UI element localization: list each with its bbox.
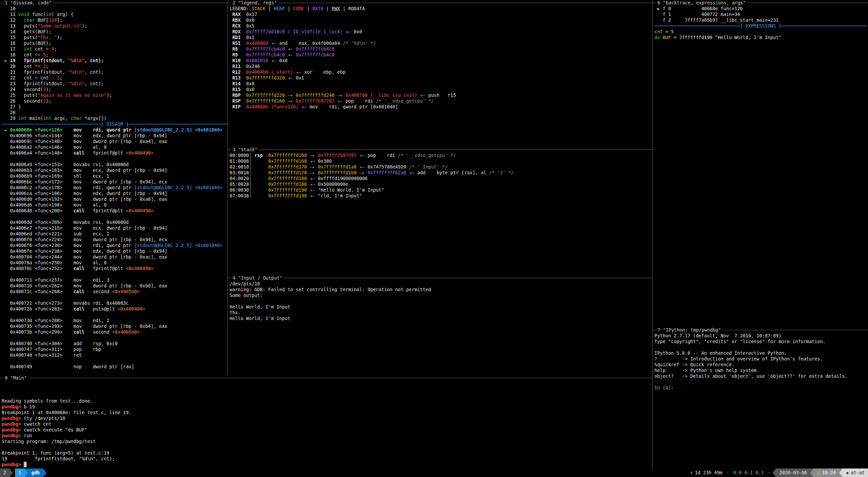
terminal-line: /dev/pts/10 — [230, 281, 652, 287]
terminal-line: Hello World, I'm Input — [230, 304, 652, 310]
terminal-line: 0x4006dd <func+205> movabs rsi, 0x40080d — [2, 219, 228, 225]
terminal-line: ? -> Introduction and overview of IPytho… — [654, 356, 868, 362]
time-value: 10:24 — [822, 470, 836, 476]
terminal-line: 11 void func(int arg) { — [2, 12, 228, 17]
terminal-line: ────────────────────────────────────[ DI… — [2, 121, 228, 127]
terminal-line: RIP 0x40068e (func+126) ◂— mov rdi, qwor… — [230, 104, 652, 110]
powerline-separator — [773, 469, 776, 477]
terminal-line: RSI 0x40080d ◂— and eax, 0x4f000a64 /* '… — [230, 40, 652, 46]
terminal-line: 06:0030│ 0x7fffffffd190 ◂— "Hello World,… — [230, 187, 652, 193]
terminal-line: R13 0x7fffffffd320 ◂— 0x1 — [230, 75, 652, 81]
terminal-line: 0x400730 <func+288> mov edi, 2 — [2, 318, 228, 323]
pane-legend-regs[interactable]: 2 "legend, regs" LEGEND: STACK | HEAP | … — [228, 0, 652, 147]
status-host: ▪at-at — [843, 469, 868, 477]
terminal-line: 0x400748 <func+312> ret — [2, 352, 228, 358]
pane-ipython[interactable]: 7 "IPython: tmp/pwndbg" Python 2.7.17 (d… — [652, 327, 868, 469]
pane-title: 6 "backtrace, expressions, args" — [653, 0, 868, 6]
status-date: 2020-03-06 — [776, 469, 810, 477]
pane-title: 2 "legend, regs" — [228, 0, 652, 6]
powerline-separator — [10, 469, 13, 477]
terminal-line — [2, 335, 228, 341]
terminal-line: Starting program: /tmp/pwndbg/test — [2, 439, 652, 444]
pane-title: 4 "Input / Output" — [228, 275, 652, 281]
terminal-line: 0x4006d0 <func+192> mov dword ptr [rbp -… — [2, 196, 228, 202]
session-indicator[interactable]: 2 — [0, 469, 10, 477]
terminal-line: 24 second(3); — [2, 87, 228, 92]
pane-main[interactable]: 0 "Main" Reading symbols from test...don… — [0, 375, 652, 469]
pane-title-label: 6 "backtrace, expressions, args" — [656, 0, 747, 6]
terminal-line: 0x400721 <func+273> movabs rdi, 0x40083c — [2, 300, 228, 306]
terminal-line: IPython 5.8.0 -- An enhanced Interactive… — [654, 350, 868, 356]
status-left: 2 1 gdb — [0, 469, 47, 477]
pane-title: 7 "IPython: tmp/pwndbg" — [653, 327, 868, 333]
terminal-line: Python 2.7.17 (default, Nov 7 2019, 10:0… — [654, 333, 868, 339]
terminal-line — [654, 344, 868, 350]
terminal-line: Type "copyright", "credits" or "license"… — [654, 339, 868, 344]
terminal-line: ► 0x40068e <func+126> mov rdi, qword ptr… — [2, 127, 228, 133]
terminal-line: Reading symbols from test...done. — [2, 398, 652, 404]
terminal-line: ► f 0 40068e func+126 — [654, 6, 868, 12]
uptime-value: 1d 23h 49m — [695, 470, 722, 476]
status-right: ↑1d 23h 49m ‹ 0.0 0.1 0.1 ‹ 2020-03-06 ◷… — [688, 469, 868, 477]
pane-title-label: 4 "Input / Output" — [231, 275, 284, 281]
terminal-line: 23 fprintf(stdout, "%d\n", cnt); — [2, 81, 228, 87]
terminal-line: 18 cnt += 5; — [2, 52, 228, 58]
terminal-line — [2, 295, 228, 300]
terminal-line: 0x400749 nop dword ptr [rax] — [2, 364, 228, 370]
terminal-line: 26 second(2); — [2, 98, 228, 104]
pane-title-label: 2 "legend, regs" — [231, 0, 278, 6]
registers-content: LEGEND: STACK | HEAP | CODE | DATA | RWX… — [228, 6, 652, 110]
terminal-line: 0x4006f0 <func+224> mov dword ptr [rbp -… — [2, 237, 228, 243]
terminal-line: 27 } — [2, 104, 228, 110]
terminal-line: 03:0018│ 0x7fffffffd178 —▸ 0x7fffffffd1b… — [230, 170, 652, 176]
window-name-tab[interactable]: gdb — [28, 469, 43, 477]
terminal-line: Breakpoint 1 at 0x40068e: file test.c, l… — [2, 410, 652, 416]
terminal-line: object? -> Details about 'object', use '… — [654, 373, 868, 379]
powerline-separator — [810, 469, 814, 477]
terminal-line: 0x40073b <func+299> call second <0x4005a… — [2, 329, 228, 335]
terminal-line: 05:0028│ 0x7fffffffd188 ◂— 0x50000000e — [230, 181, 652, 187]
terminal-line: Thx. — [230, 310, 652, 316]
terminal-line: warning: GDB: Failed to set controlling … — [230, 287, 652, 293]
terminal-line: In [1]: — [654, 385, 868, 391]
terminal-line: Hello World, I'm Input — [230, 316, 652, 321]
gdb-console-content[interactable]: Reading symbols from test...done.pwndbg>… — [0, 381, 652, 467]
terminal-line: pwndbg> █ — [2, 462, 652, 467]
terminal-line: 25 puts("Again as it was so nice"); — [2, 92, 228, 98]
terminal-line: RBP 0x7fffffffd220 —▸ 0x7fffffffd240 —▸ … — [230, 92, 652, 98]
terminal-line: 14 gets(BUF); — [2, 29, 228, 35]
pane-title: 3 "stack" — [228, 147, 652, 153]
terminal-line: 12 char BUF[128]; — [2, 17, 228, 23]
terminal-line: R10 0x602010 ◂— 0x0 — [230, 58, 652, 64]
pane-title: 0 "Main" — [0, 375, 652, 381]
terminal-line: 0x400747 <func+311> pop rbp — [2, 347, 228, 352]
terminal-line: 0x400711 <func+257> mov edi, 3 — [2, 277, 228, 283]
terminal-line: 04:0020│ 0x7fffffffd180 ◂— 0xffffd190000… — [230, 176, 652, 181]
pane-stack[interactable]: 3 "stack" 00:0000│ rsp 0x7fffffffd160 —▸… — [228, 147, 652, 275]
window-index[interactable]: 1 — [15, 469, 24, 477]
terminal-line: 0x4006fe <func+238> mov edx, dword ptr [… — [2, 248, 228, 254]
pane-disasm-code[interactable]: 1 "disasam, code" 10 11 void func(int ar… — [0, 0, 228, 375]
terminal-line: 0x4006c2 <func+178> mov rdi, qword ptr [… — [2, 185, 228, 191]
terminal-line: 29 int main(int argc, char *argv[]) — [2, 116, 228, 121]
backtrace-content: ► f 0 40068e func+126 f 1 400772 main+34… — [653, 6, 868, 40]
terminal-line: pwndbg> run — [2, 433, 652, 439]
terminal-line: 0x4006f6 <func+230> mov rdi, qword ptr [… — [2, 243, 228, 248]
terminal-line — [2, 358, 228, 364]
terminal-line: 0x40070a <func+250> mov al, 0 — [2, 260, 228, 266]
terminal-line: R8 0x7ffff7fcb4c0 ◂— 0x7ffff7fcb4c0 — [230, 46, 652, 52]
powerline-separator — [839, 469, 843, 477]
stack-content: 00:0000│ rsp 0x7fffffffd160 —▸ 0x7ffff7b… — [228, 153, 652, 199]
terminal-line: R9 0x7ffff7fcb4c0 ◂— 0x7ffff7fcb4c0 — [230, 52, 652, 58]
terminal-line — [2, 444, 652, 450]
terminal-line: %quickref -> Quick reference. — [654, 362, 868, 368]
pane-input-output[interactable]: 4 "Input / Output" /dev/pts/10warning: G… — [228, 275, 652, 375]
terminal-line: pwndbg> cwatch execute "ds BUF" — [2, 427, 652, 433]
terminal-line: 0x4006d8 <func+200> call fprintf@plt <0x… — [2, 208, 228, 214]
terminal-line — [2, 214, 228, 219]
terminal-line: pwndbg> b 19 — [2, 404, 652, 410]
terminal-line: 00:0000│ rsp 0x7fffffffd160 —▸ 0x7ffff7b… — [230, 153, 652, 158]
ipython-content[interactable]: Python 2.7.17 (default, Nov 7 2019, 10:0… — [653, 333, 868, 391]
terminal-line: 0x4006e7 <func+215> mov ecx, dword ptr [… — [2, 225, 228, 231]
pane-backtrace-expressions[interactable]: 6 "backtrace, expressions, args" ► f 0 4… — [652, 0, 868, 327]
